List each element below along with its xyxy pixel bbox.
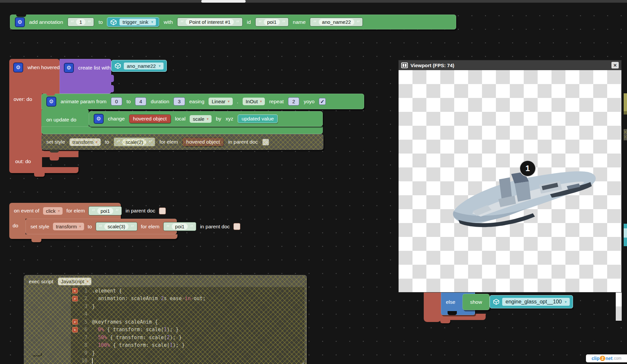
- watermark-text: net: [605, 356, 612, 361]
- on-event-spine[interactable]: do: [9, 219, 25, 234]
- code-line[interactable]: ✕1.element {: [71, 287, 305, 295]
- horizontal-scrollbar-track[interactable]: [0, 0, 627, 3]
- trigger-sink-dropdown[interactable]: trigger_sink: [120, 19, 156, 25]
- block-exec-script[interactable]: exec script JavaScript ✕1.element {✕2 an…: [24, 275, 307, 364]
- repeat-value-field[interactable]: 2: [288, 97, 299, 106]
- mutator-gear-icon[interactable]: [13, 63, 23, 72]
- elem-id-field[interactable]: poi1: [163, 222, 197, 231]
- code-line[interactable]: ✕2 animation: scaleAnim 2s ease-in-out;: [71, 295, 305, 303]
- by-label: by: [216, 116, 221, 122]
- param-dropdown[interactable]: scale: [190, 115, 212, 123]
- updated-value-block[interactable]: updated value: [238, 114, 278, 123]
- block-object-ano-name22[interactable]: ano_name22: [111, 60, 167, 72]
- viewport-canvas[interactable]: 1: [399, 70, 621, 292]
- create-list-label: create list with: [78, 65, 111, 71]
- easing-type-dropdown[interactable]: InOut: [243, 98, 265, 105]
- for-elem-label: for elem: [141, 224, 160, 230]
- parent-doc-checkbox[interactable]: [233, 223, 240, 230]
- ano-name22-selector[interactable]: ano_name22: [111, 60, 167, 72]
- error-marker-icon[interactable]: ✕: [72, 327, 78, 333]
- code-token: -in-: [182, 296, 194, 301]
- ano-name22-dropdown[interactable]: ano_name22: [124, 63, 164, 69]
- code-line[interactable]: 10: [71, 357, 305, 364]
- error-marker-icon[interactable]: ✕: [72, 319, 78, 325]
- hovered-object-value[interactable]: hovered object: [129, 114, 171, 123]
- code-line[interactable]: 7 50% { transform: scale(2); }: [71, 334, 305, 341]
- engine-glass-selector[interactable]: engine_glass_opt__100: [490, 295, 573, 308]
- block-on-event[interactable]: on event of click for elem poi1 in paren…: [9, 203, 121, 219]
- code-token: s ease: [164, 296, 182, 301]
- for-elem-label: for elem: [160, 139, 178, 145]
- viewport-edge-strip: [616, 293, 622, 321]
- code-line[interactable]: ✕6 0% { transform: scale(1); }: [71, 326, 305, 334]
- block-when-hovered[interactable]: when hovered: [9, 59, 60, 94]
- offscreen-block-sliver[interactable]: [624, 93, 627, 111]
- hovered-object-value[interactable]: hovered object: [182, 138, 224, 146]
- code-token: { transform: scale(: [110, 342, 170, 348]
- mutator-gear-icon[interactable]: [94, 114, 104, 124]
- in-parent-doc-label: in parent doc: [125, 208, 155, 214]
- annotation-number-field[interactable]: 1: [68, 18, 94, 26]
- parent-doc-checkbox[interactable]: [159, 207, 166, 214]
- style-value-field[interactable]: scale(2): [114, 137, 155, 146]
- yoyo-checkbox[interactable]: ✓: [319, 98, 326, 105]
- line-number: 8: [79, 342, 87, 348]
- editor-resize-grip[interactable]: [300, 362, 304, 364]
- from-value-field[interactable]: 0: [111, 97, 122, 106]
- annotation-badge[interactable]: 1: [519, 160, 536, 177]
- viewport-header[interactable]: Viewport (FPS: 74) ✕: [399, 60, 621, 70]
- code-line[interactable]: 4: [71, 310, 305, 318]
- animate-param-label: animate param from: [61, 99, 107, 105]
- language-dropdown[interactable]: JavaScript: [58, 278, 91, 285]
- close-icon[interactable]: ✕: [611, 62, 619, 68]
- block-bump: [50, 150, 59, 153]
- animate-param-bottom: [41, 126, 323, 134]
- duration-value-field[interactable]: 3: [173, 97, 185, 106]
- error-marker-icon[interactable]: ✕: [72, 296, 78, 301]
- code-token: .element {: [92, 288, 122, 294]
- add-annotation-label: add annotation: [29, 19, 63, 25]
- code-editor[interactable]: ✕1.element {✕2 animation: scaleAnim 2s e…: [71, 287, 305, 364]
- style-dropdown[interactable]: transform: [53, 223, 84, 230]
- block-add-annotation[interactable]: add annotation 1 to trigger_sink with Po…: [10, 15, 456, 29]
- viewport-columns-icon: [401, 63, 408, 68]
- to-value-field[interactable]: 4: [135, 97, 146, 106]
- offscreen-block-sliver[interactable]: [624, 111, 627, 114]
- event-dropdown[interactable]: click: [43, 207, 63, 215]
- block-show[interactable]: show: [462, 294, 490, 310]
- style-value-field[interactable]: scale(3): [96, 222, 137, 231]
- code-line[interactable]: 8 100% { transform: scale(1); }: [71, 341, 305, 349]
- object-selector-trigger-sink[interactable]: trigger_sink: [107, 17, 159, 27]
- annotation-name-field[interactable]: ano_name22: [310, 18, 363, 26]
- offscreen-block-sliver[interactable]: [624, 129, 627, 140]
- viewport-panel[interactable]: Viewport (FPS: 74) ✕ 1: [398, 60, 622, 293]
- block-object-engine-glass[interactable]: engine_glass_opt__100: [490, 295, 573, 308]
- annotation-title-field[interactable]: Point of interest #1: [177, 18, 243, 26]
- code-line[interactable]: 3}: [71, 302, 305, 310]
- mutator-gear-icon[interactable]: [46, 97, 56, 107]
- cube-icon: [493, 298, 500, 305]
- block-bump: [440, 319, 450, 323]
- elem-id-field[interactable]: poi1: [88, 206, 122, 215]
- annotation-id-field[interactable]: poi1: [255, 18, 289, 26]
- block-set-style-hover[interactable]: set style transform to scale(2) for elem…: [41, 134, 323, 150]
- yoyo-label: yoyo: [304, 99, 314, 105]
- mutator-gear-icon[interactable]: [64, 63, 74, 73]
- easing-dropdown[interactable]: Linear: [209, 98, 232, 105]
- mutator-gear-icon[interactable]: [15, 17, 25, 27]
- block-animate-param[interactable]: animate param from 0 to 4 duration 3 eas…: [41, 94, 364, 109]
- block-create-list-with[interactable]: create list with: [60, 59, 111, 94]
- horizontal-scrollbar-thumb[interactable]: [201, 0, 246, 3]
- watermark-text: clip: [592, 356, 600, 361]
- block-set-style-click[interactable]: set style transform to scale(3) for elem…: [25, 219, 177, 234]
- engine-glass-dropdown[interactable]: engine_glass_opt__100: [502, 298, 570, 306]
- block-change-param[interactable]: change hovered object local scale by xyz…: [89, 111, 323, 126]
- parent-doc-checkbox[interactable]: [262, 139, 269, 146]
- error-marker-icon[interactable]: ✕: [72, 288, 78, 294]
- watermark-badge: 2: [600, 356, 605, 361]
- when-hovered-spine[interactable]: [9, 94, 42, 167]
- code-line[interactable]: ✕5@keyframes scaleAnim {: [71, 318, 305, 326]
- style-dropdown[interactable]: transform: [70, 138, 101, 146]
- line-number: 10: [79, 358, 87, 364]
- code-line[interactable]: 9}: [71, 349, 305, 357]
